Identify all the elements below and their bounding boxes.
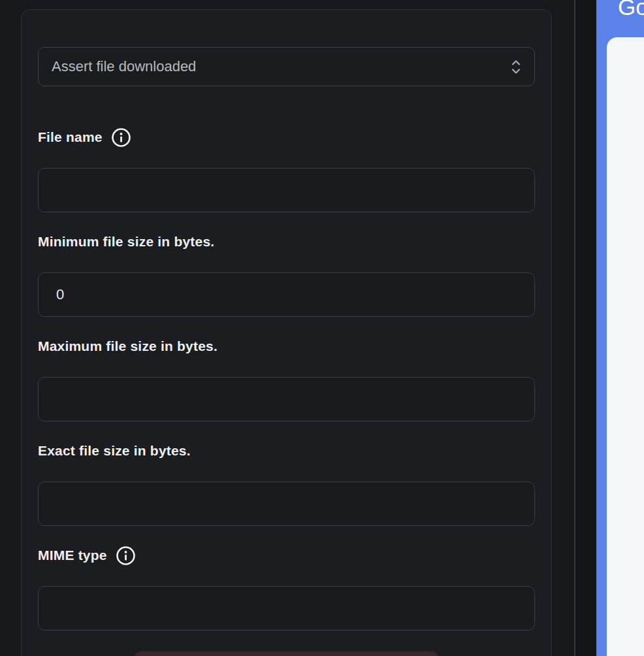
file-name-label-row: File name [38,125,535,149]
min-file-size-label-row: Minimum file size in bytes. [38,230,535,254]
preview-page-surface [607,37,644,656]
danger-action-button[interactable] [135,651,438,656]
min-file-size-input[interactable] [38,272,535,317]
max-file-size-label-row: Maximum file size in bytes. [38,335,535,358]
min-file-size-label: Minimum file size in bytes. [38,234,214,250]
file-name-label: File name [38,129,103,145]
exact-file-size-label: Exact file size in bytes. [38,443,191,459]
chevron-updown-icon [511,58,521,76]
action-type-select[interactable]: Assert file downloaded [38,47,535,86]
max-file-size-label: Maximum file size in bytes. [38,338,217,354]
exact-file-size-input[interactable] [38,482,535,526]
mime-type-label-row: MIME type [38,544,535,567]
info-icon[interactable] [116,546,136,566]
action-type-selected-value: Assert file downloaded [52,58,196,75]
preview-page-heading: Go [618,0,644,20]
mime-type-label: MIME type [38,548,107,563]
exact-file-size-label-row: Exact file size in bytes. [38,439,535,463]
file-name-input[interactable] [38,168,535,212]
gutter-background [575,0,596,656]
step-editor-card: Assert file downloaded File name [21,9,552,656]
mime-type-input[interactable] [38,586,535,631]
screen: Assert file downloaded File name [0,0,644,656]
browser-preview-pane[interactable]: Go [596,0,644,656]
info-icon[interactable] [111,127,131,148]
max-file-size-input[interactable] [38,377,535,421]
